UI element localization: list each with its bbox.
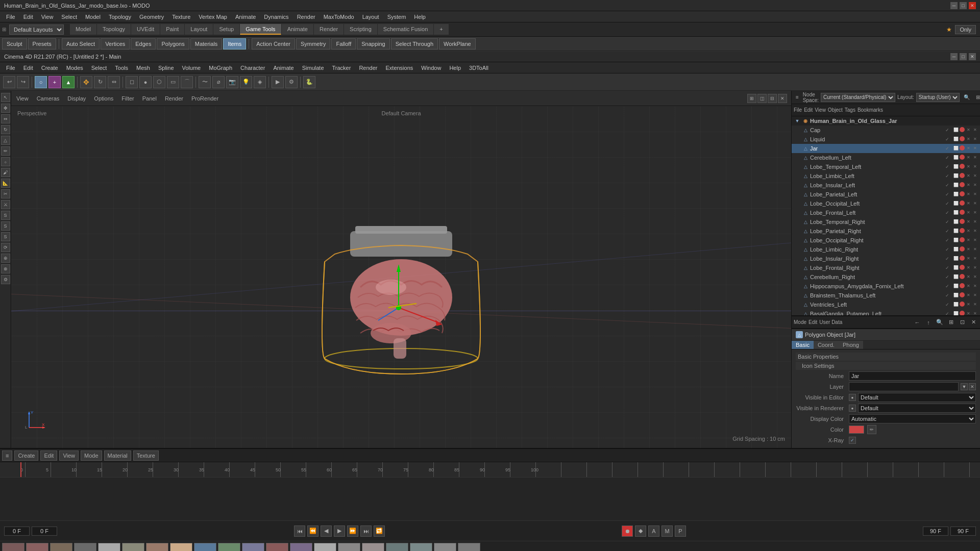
mat-thumb-12[interactable] (266, 543, 288, 552)
prop-close-btn[interactable]: ✕ (969, 318, 978, 327)
tree-item-cap[interactable]: △ Cap ✓ ⬜ ✕ ✕ (792, 126, 980, 135)
render-icon[interactable]: ▶ (272, 76, 284, 88)
playhead[interactable] (20, 462, 21, 477)
materials-button[interactable]: Materials (190, 38, 223, 49)
tool-snap[interactable]: ⊗ (1, 264, 10, 273)
vertices-button[interactable]: Vertices (101, 38, 130, 49)
tree-item-cerebellum-left[interactable]: △Cerebellum_Left✓⬜✕✕ (792, 153, 980, 162)
tool-pen[interactable]: ✏ (1, 146, 10, 156)
vp-cameras-btn[interactable]: Cameras (34, 94, 63, 103)
tree-item-limbic-left[interactable]: △Lobe_Limbic_Left✓⬜✕✕ (792, 171, 980, 181)
name-field[interactable] (849, 371, 976, 381)
step-back-btn[interactable]: ⏪ (307, 525, 318, 537)
mat-thumb-14[interactable] (314, 543, 336, 552)
tree-item-frontal-right[interactable]: △Lobe_Frontal_Right✓⬜✕✕ (792, 263, 980, 272)
presets-button[interactable]: Presets (28, 38, 56, 49)
tool-brush[interactable]: ⬦ (1, 157, 10, 166)
file-menu[interactable]: File (794, 107, 802, 113)
layout-preset-select[interactable]: Default Layouts (9, 24, 64, 35)
tree-item-occipital-right[interactable]: △Lobe_Occipital_Right✓⬜✕✕ (792, 236, 980, 245)
vp-options-btn[interactable]: Options (91, 94, 116, 103)
c4d-spline[interactable]: Spline (154, 64, 178, 72)
c4d-render[interactable]: Render (355, 64, 381, 72)
c4d-mograph[interactable]: MoGraph (205, 64, 236, 72)
mat-thumb-7[interactable] (146, 543, 168, 552)
tool-gear[interactable]: ⚙ (1, 275, 10, 284)
auto-select-button[interactable]: Auto Select (62, 38, 100, 49)
vp-filter-btn[interactable]: Filter (118, 94, 137, 103)
prop-up-btn[interactable]: ↑ (924, 318, 933, 327)
timeline-ruler[interactable]: 0 5 10 15 20 25 30 35 40 45 50 55 60 65 … (0, 462, 980, 478)
mat-thumb-1[interactable] (2, 543, 24, 552)
mat-thumb-2[interactable] (26, 543, 48, 552)
c4d-file[interactable]: File (2, 64, 19, 72)
tool-knife[interactable]: ⚔ (1, 200, 10, 209)
prop-tab-coord[interactable]: Coord. (814, 341, 839, 349)
symmetry-button[interactable]: Symmetry (296, 38, 331, 49)
tool-poly[interactable]: △ (1, 136, 10, 145)
user-data-label[interactable]: User Data (819, 319, 842, 325)
falloff-button[interactable]: Falloff (331, 38, 356, 49)
tree-item-liquid[interactable]: △ Liquid ✓ ⬜ ✕ ✕ (792, 135, 980, 144)
tab-schematic-fusion[interactable]: Schematic Fusion (378, 24, 433, 35)
edges-button[interactable]: Edges (131, 38, 156, 49)
vp-view-btn[interactable]: View (13, 94, 32, 103)
tree-item-frontal-left[interactable]: △Lobe_Frontal_Left✓⬜✕✕ (792, 208, 980, 217)
prop-maximize-btn[interactable]: ⊡ (958, 318, 967, 327)
layout-select[interactable]: Startup (User) (916, 93, 960, 102)
tab-paint[interactable]: Paint (160, 24, 184, 35)
tool-loop[interactable]: ⟳ (1, 243, 10, 252)
loop-btn[interactable]: 🔁 (374, 525, 385, 537)
snapping-button[interactable]: Snapping (357, 38, 390, 49)
menu-select[interactable]: Select (57, 13, 81, 21)
items-button[interactable]: Items (223, 38, 246, 49)
tree-item-parietal-right[interactable]: △Lobe_Parietal_Right✓⬜✕✕ (792, 227, 980, 236)
tree-item-temporal-right[interactable]: △Lobe_Temporal_Right✓⬜✕✕ (792, 217, 980, 227)
mat-thumb-16[interactable] (362, 543, 384, 552)
tab-animate[interactable]: Animate (282, 24, 313, 35)
python-icon[interactable]: 🐍 (303, 76, 315, 88)
c4d-tracker[interactable]: Tracker (328, 64, 355, 72)
mat-thumb-8[interactable] (170, 543, 192, 552)
menu-topology[interactable]: Topology (105, 13, 135, 21)
mat-thumb-13[interactable] (290, 543, 312, 552)
mat-thumb-10[interactable] (218, 543, 240, 552)
mat-thumb-5[interactable] (98, 543, 120, 552)
vp-panel-btn[interactable]: Panel (139, 94, 160, 103)
c4d-close[interactable]: ✕ (969, 53, 976, 60)
menu-system[interactable]: System (383, 13, 410, 21)
tree-item-temporal-left[interactable]: △Lobe_Temporal_Left✓⬜✕✕ (792, 162, 980, 171)
menu-texture[interactable]: Texture (168, 13, 194, 21)
vp-icon-4[interactable]: ✕ (778, 94, 787, 103)
mat-thumb-3[interactable] (50, 543, 72, 552)
tool-cut[interactable]: ✂ (1, 189, 10, 198)
vertex-mode-icon[interactable]: ▲ (62, 76, 75, 88)
tab-model[interactable]: Model (70, 24, 96, 35)
frame-current-field[interactable] (32, 527, 57, 536)
tool-s[interactable]: S (1, 211, 10, 220)
cube-icon[interactable]: ◻ (126, 76, 138, 88)
tool-select[interactable]: ↖ (1, 93, 10, 102)
undo-icon[interactable]: ↩ (3, 76, 15, 88)
node-space-select[interactable]: Current (Standard/Physical) (821, 93, 895, 102)
tree-item-hippo-left[interactable]: △Hippocampus_Amygdala_Fornix_Left✓⬜✕✕ (792, 282, 980, 291)
tab-render[interactable]: Render (314, 24, 344, 35)
c4d-mesh[interactable]: Mesh (132, 64, 154, 72)
prop-back-btn[interactable]: ← (913, 318, 922, 327)
select-through-button[interactable]: Select Through (391, 38, 438, 49)
tree-item-ventricles-left[interactable]: △Ventricles_Left✓⬜✕✕ (792, 300, 980, 309)
c4d-tools[interactable]: Tools (111, 64, 132, 72)
xray-checkbox[interactable]: ✓ (849, 437, 856, 444)
spline-icon[interactable]: 〜 (199, 76, 211, 88)
color-swatch[interactable] (849, 425, 864, 434)
record-btn[interactable]: ⏺ (622, 525, 633, 537)
basic-props-title[interactable]: Basic Properties (796, 353, 976, 361)
icon-settings-title[interactable]: Icon Settings (796, 362, 976, 370)
menu-file[interactable]: File (2, 13, 19, 21)
only-button[interactable]: Only (955, 25, 976, 34)
material-icon[interactable]: ◈ (254, 76, 266, 88)
tool-s2[interactable]: S (1, 221, 10, 231)
mat-thumb-15[interactable] (338, 543, 360, 552)
display-color-select[interactable]: Automatic (849, 414, 976, 423)
tl-menu-icon[interactable]: ≡ (2, 450, 12, 461)
